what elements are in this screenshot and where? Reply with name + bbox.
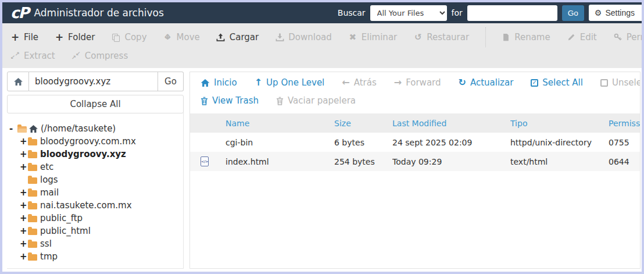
checkbox-checked-icon: ✓: [531, 79, 538, 87]
copy-icon: [111, 34, 120, 41]
directory-tree: - (/home/tasukete) + bloodygroovy.com.mx…: [7, 122, 184, 263]
settings-button[interactable]: ⚙ Settings: [589, 5, 642, 21]
column-header-size[interactable]: Size: [334, 119, 392, 128]
permissions-button[interactable]: Permissions: [613, 32, 642, 42]
tree-item[interactable]: + mail: [9, 186, 184, 199]
upload-icon: [216, 33, 226, 42]
collapse-all-button[interactable]: Collapse All: [7, 95, 184, 113]
unselect-all-button[interactable]: ✓ Unselect All: [600, 77, 641, 88]
file-permissions: 0644: [609, 157, 641, 166]
up-one-level-button[interactable]: ↑ Up One Level: [255, 77, 325, 88]
cpanel-logo-icon: cP: [10, 5, 28, 20]
folder-icon: [28, 177, 37, 184]
column-header-permissions[interactable]: Permissions: [609, 119, 641, 128]
column-header-last-modified[interactable]: Last Modified: [392, 119, 510, 128]
home-nav-button[interactable]: Inicio: [201, 77, 237, 88]
plus-icon: +: [55, 33, 64, 42]
tree-item[interactable]: + ssl: [9, 237, 184, 250]
column-header-type[interactable]: Tipo: [510, 119, 609, 128]
file-modified: 24 sept 2025 02:09: [392, 138, 510, 147]
tree-item[interactable]: + nai.tasukete.com.mx: [9, 199, 184, 212]
view-trash-button[interactable]: View Trash: [201, 95, 259, 106]
move-button[interactable]: ↔↕ Move: [163, 32, 200, 42]
column-header-name[interactable]: Name: [226, 119, 334, 128]
file-modified: Today 09:29: [392, 157, 510, 166]
expand-icon[interactable]: +: [20, 239, 28, 249]
file-type: httpd/unix-directory: [510, 138, 609, 147]
delete-button[interactable]: ✖ Eliminar: [348, 32, 397, 42]
gear-icon: ⚙: [595, 9, 602, 17]
compress-button[interactable]: ↙↗ Compress: [71, 51, 128, 61]
forward-button[interactable]: → Forward: [394, 77, 441, 88]
collapse-expander[interactable]: -: [9, 123, 17, 134]
tree-item[interactable]: + public_ftp: [9, 212, 184, 225]
download-icon: [275, 33, 284, 42]
expand-icon[interactable]: +: [20, 200, 28, 211]
rename-button[interactable]: Rename: [501, 32, 550, 42]
tree-item-home[interactable]: - (/home/tasukete): [9, 122, 184, 135]
file-button[interactable]: + File: [10, 32, 38, 42]
tree-item[interactable]: + public_html: [9, 225, 184, 237]
expand-icon[interactable]: +: [20, 187, 28, 198]
expand-icon[interactable]: +: [20, 226, 28, 236]
compress-icon: ↙↗: [71, 52, 81, 60]
expand-icon[interactable]: +: [20, 149, 28, 159]
search-go-button[interactable]: Go: [562, 5, 584, 21]
folder-button[interactable]: + Folder: [55, 32, 95, 42]
folder-icon: [28, 152, 37, 158]
x-icon: ✖: [348, 33, 357, 42]
file-list-pane: Inicio ↑ Up One Level ← Atrás → Forward …: [189, 72, 641, 269]
back-button[interactable]: ← Atrás: [342, 77, 376, 88]
expand-icon[interactable]: +: [20, 251, 28, 262]
expand-icon[interactable]: +: [20, 162, 28, 172]
folder-icon: [28, 241, 37, 248]
plus-icon: +: [10, 33, 20, 42]
tree-item[interactable]: logs: [9, 173, 184, 186]
path-input[interactable]: [29, 72, 158, 91]
select-all-button[interactable]: ✓ Select All: [531, 77, 583, 88]
tree-item[interactable]: + tmp: [9, 250, 184, 263]
extract-icon: ↗↙: [10, 52, 20, 60]
folder-icon: [28, 216, 37, 222]
tree-item[interactable]: + etc: [9, 161, 184, 173]
home-icon: [14, 78, 23, 86]
path-go-button[interactable]: Go: [158, 72, 184, 91]
extract-button[interactable]: ↗↙ Extract: [10, 51, 55, 61]
up-arrow-icon: ↑: [255, 78, 262, 87]
search-scope-select[interactable]: All Your Files: [370, 5, 447, 21]
html-file-icon: [201, 156, 209, 166]
search-input[interactable]: [467, 5, 557, 21]
table-row[interactable]: cgi-bin 6 bytes 24 sept 2025 02:09 httpd…: [190, 133, 640, 152]
app-header: cP Administrador de archivos Buscar All …: [2, 2, 642, 23]
home-icon: [29, 125, 38, 133]
search-label: Buscar: [338, 8, 366, 17]
toolbar-divider: [485, 27, 486, 47]
download-button[interactable]: Download: [275, 32, 332, 42]
file-name[interactable]: cgi-bin: [226, 138, 334, 147]
pencil-icon: [567, 33, 576, 41]
expand-icon[interactable]: +: [20, 136, 28, 147]
left-arrow-icon: ←: [342, 78, 349, 87]
restore-button[interactable]: ↺ Restaurar: [413, 32, 469, 42]
empty-trash-button[interactable]: Vaciar papelera: [276, 95, 356, 106]
upload-button[interactable]: Cargar: [216, 32, 259, 42]
home-directory-button[interactable]: [7, 72, 29, 91]
undo-icon: ↺: [413, 33, 423, 42]
folder-icon: [28, 229, 37, 235]
folder-icon: [28, 165, 37, 171]
search-for-label: for: [452, 8, 463, 17]
right-arrow-icon: →: [394, 78, 402, 87]
page-title: Administrador de archivos: [34, 7, 163, 19]
file-name[interactable]: index.html: [226, 157, 334, 166]
table-row[interactable]: index.html 254 bytes Today 09:29 text/ht…: [190, 152, 640, 171]
copy-button[interactable]: Copy: [111, 32, 146, 42]
open-folder-icon: [17, 126, 27, 133]
trash-icon: [276, 97, 284, 105]
folder-icon: [28, 203, 37, 209]
edit-button[interactable]: Edit: [567, 32, 597, 42]
file-size: 6 bytes: [334, 138, 392, 147]
tree-item-selected[interactable]: + bloodygroovy.xyz: [9, 148, 184, 161]
tree-item[interactable]: + bloodygroovy.com.mx: [9, 135, 184, 148]
expand-icon[interactable]: +: [20, 213, 28, 223]
reload-button[interactable]: ↻ Actualizar: [459, 77, 514, 88]
